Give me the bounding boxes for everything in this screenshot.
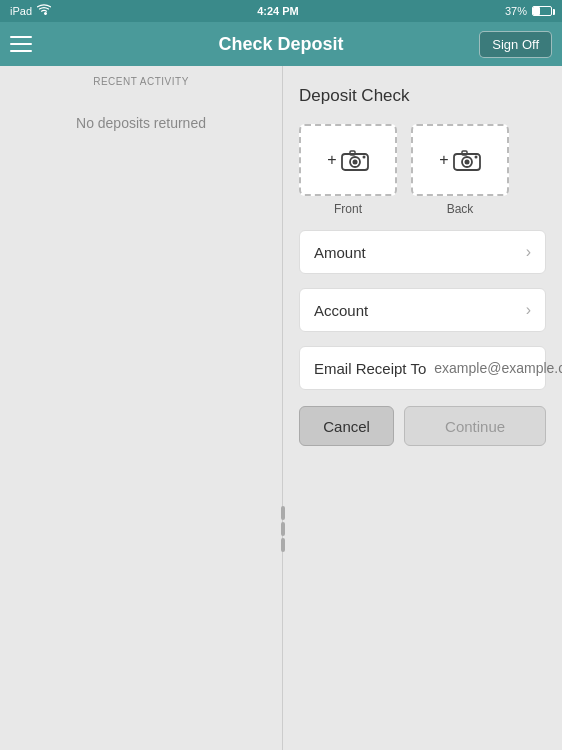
back-camera-card: + Back: [411, 124, 509, 216]
scroll-indicator: [280, 506, 286, 566]
continue-button[interactable]: Continue: [404, 406, 546, 446]
back-plus-icon: +: [439, 151, 448, 169]
amount-chevron-icon: ›: [526, 243, 531, 261]
svg-point-4: [362, 156, 365, 159]
status-left: iPad: [10, 4, 51, 18]
no-deposits-text: No deposits returned: [76, 115, 206, 131]
email-receipt-input[interactable]: [434, 360, 562, 376]
nav-bar: Check Deposit Sign Off: [0, 22, 562, 66]
svg-point-9: [474, 156, 477, 159]
amount-label: Amount: [314, 244, 366, 261]
battery-percent: 37%: [505, 5, 527, 17]
cancel-button[interactable]: Cancel: [299, 406, 394, 446]
account-row[interactable]: Account ›: [299, 288, 546, 332]
back-label: Back: [447, 202, 474, 216]
recent-activity-label: RECENT ACTIVITY: [93, 66, 189, 95]
front-label: Front: [334, 202, 362, 216]
status-time: 4:24 PM: [257, 5, 299, 17]
back-camera-icon: [453, 149, 481, 171]
left-panel: RECENT ACTIVITY No deposits returned: [0, 66, 283, 750]
status-right: 37%: [505, 5, 552, 17]
sign-off-button[interactable]: Sign Off: [479, 31, 552, 58]
back-camera-button[interactable]: +: [411, 124, 509, 196]
svg-point-2: [352, 160, 357, 165]
action-row: Cancel Continue: [299, 406, 546, 446]
front-camera-card: + Front: [299, 124, 397, 216]
front-camera-button[interactable]: +: [299, 124, 397, 196]
main-layout: RECENT ACTIVITY No deposits returned Dep…: [0, 66, 562, 750]
carrier-label: iPad: [10, 5, 32, 17]
right-panel: Deposit Check + Front: [283, 66, 562, 750]
svg-rect-3: [350, 151, 355, 155]
status-bar: iPad 4:24 PM 37%: [0, 0, 562, 22]
menu-button[interactable]: [10, 28, 42, 60]
amount-row[interactable]: Amount ›: [299, 230, 546, 274]
deposit-check-title: Deposit Check: [299, 86, 546, 106]
account-label: Account: [314, 302, 368, 319]
camera-row: + Front +: [299, 124, 546, 216]
page-title: Check Deposit: [218, 34, 343, 55]
email-receipt-label: Email Receipt To: [314, 360, 426, 377]
svg-point-7: [464, 160, 469, 165]
svg-rect-8: [462, 151, 467, 155]
battery-icon: [532, 6, 552, 16]
wifi-icon: [37, 4, 51, 18]
account-chevron-icon: ›: [526, 301, 531, 319]
front-plus-icon: +: [327, 151, 336, 169]
email-receipt-row: Email Receipt To: [299, 346, 546, 390]
front-camera-icon: [341, 149, 369, 171]
